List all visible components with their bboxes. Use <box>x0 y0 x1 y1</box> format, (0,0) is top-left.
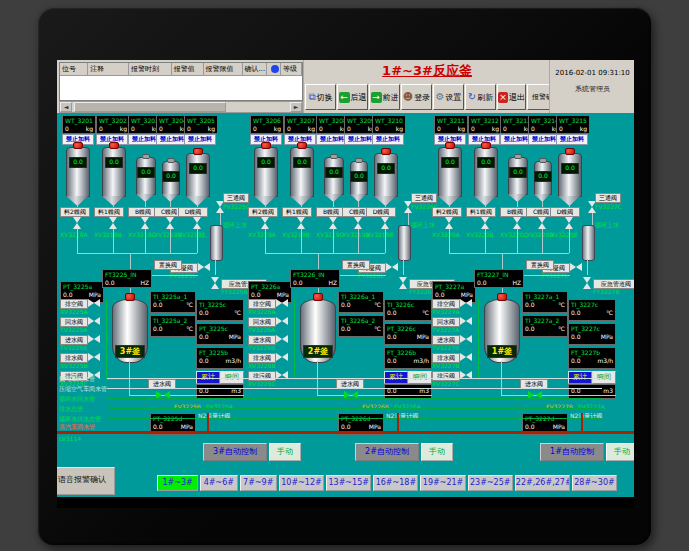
feed-valve[interactable] <box>141 217 149 229</box>
water-valve[interactable] <box>460 353 472 361</box>
feed-valve[interactable] <box>445 217 453 229</box>
water-valve[interactable] <box>460 299 472 307</box>
auto-control-button-2[interactable]: 2#自动控制 <box>355 443 419 461</box>
instrument-value-row: 0kg <box>97 125 129 133</box>
instrument-unit: ℃ <box>186 325 193 333</box>
alarm-column-header[interactable]: 报警值 <box>172 63 204 76</box>
toolbar-button-user-login[interactable]: ☻登录 <box>401 84 432 110</box>
auto-control-button-1[interactable]: 1#自动控制 <box>540 443 604 461</box>
feed-valve[interactable] <box>513 217 521 229</box>
pipe-header-label: 循环水回水管 <box>59 395 95 402</box>
scroll-right-arrow-icon[interactable]: ► <box>290 102 302 112</box>
feed-tank[interactable] <box>102 147 126 197</box>
feed-tank[interactable] <box>66 147 90 197</box>
page-button-6[interactable]: 16#~18# <box>373 475 418 491</box>
water-valve[interactable] <box>88 353 100 361</box>
feed-valve[interactable] <box>329 217 337 229</box>
page-button-4[interactable]: 10#~12# <box>279 475 324 491</box>
alarm-column-header[interactable]: 报警时刻 <box>129 63 172 76</box>
scroll-thumb[interactable] <box>74 102 226 112</box>
instrument-value: 0 <box>437 125 441 133</box>
instrument-value: 0 <box>99 125 103 133</box>
condenser-cold-valve[interactable] <box>198 263 210 271</box>
auto-control-button-3[interactable]: 3#自动控制 <box>203 443 267 461</box>
water-valve[interactable] <box>276 317 288 325</box>
emergency-pipe-valve[interactable] <box>583 277 591 289</box>
toolbar-button-refresh[interactable]: ↻刷新 <box>465 84 496 110</box>
water-valve[interactable] <box>460 335 472 343</box>
manual-mode-button[interactable]: 手动 <box>606 443 634 461</box>
condenser-cold-valve[interactable] <box>570 263 582 271</box>
feed-valve[interactable] <box>261 217 269 229</box>
page-button-9[interactable]: 22#,26#,27# <box>515 475 570 491</box>
instrument-value: 0 <box>187 125 191 133</box>
instrument-unit: ℃ <box>558 325 565 333</box>
feed-valve[interactable] <box>73 217 81 229</box>
feed-valve[interactable] <box>297 217 305 229</box>
instrument-tag: TI_3225a_2 <box>151 316 195 325</box>
instrument-value-row: 0.0MPa <box>339 423 383 431</box>
water-valve-tag: TV3225A <box>60 326 87 333</box>
water-valve-tag: TV3225B <box>60 344 87 351</box>
pipe-line <box>129 395 244 396</box>
page-button-7[interactable]: 19#~21# <box>420 475 465 491</box>
instrument-unit: MPa <box>417 333 429 341</box>
toolbar-button-exit[interactable]: ×退出 <box>497 84 526 110</box>
water-valve[interactable] <box>88 299 100 307</box>
instrument-unit: kg <box>274 125 281 133</box>
feed-tank[interactable] <box>558 153 582 197</box>
scroll-left-arrow-icon[interactable]: ◄ <box>60 102 72 112</box>
water-valve[interactable] <box>276 335 288 343</box>
water-valve[interactable] <box>276 353 288 361</box>
pipe-line <box>408 213 409 225</box>
feed-tank[interactable] <box>254 147 278 197</box>
condenser-cold-valve[interactable] <box>386 263 398 271</box>
toolbar-button-forward-arrow[interactable]: →前进 <box>369 84 400 110</box>
feed-valve[interactable] <box>538 217 546 229</box>
alarm-column-header[interactable]: 位号 <box>60 63 88 76</box>
feed-tank[interactable] <box>438 147 462 197</box>
feed-tank[interactable] <box>374 153 398 197</box>
water-valve[interactable] <box>276 299 288 307</box>
feed-valve[interactable] <box>354 217 362 229</box>
page-button-5[interactable]: 13#~15# <box>326 475 371 491</box>
alarm-column-header[interactable]: 确认... <box>243 63 268 76</box>
manual-mode-button[interactable]: 手动 <box>421 443 453 461</box>
instrument-value: 0.0 <box>387 309 397 317</box>
emergency-pipe-valve[interactable] <box>399 277 407 289</box>
feed-tank[interactable] <box>186 153 210 197</box>
feed-valve[interactable] <box>565 217 573 229</box>
alarm-column-header[interactable]: 等级 <box>281 63 302 76</box>
alarm-column-header[interactable]: 报警限值 <box>204 63 243 76</box>
feed-valve[interactable] <box>109 217 117 229</box>
voice-alarm-ack-button[interactable]: 语音报警确认 <box>57 467 115 495</box>
page-button-1[interactable]: 1#~3# <box>157 475 198 491</box>
alarm-column-header[interactable]: 注释 <box>88 63 129 76</box>
feed-tank[interactable] <box>474 147 498 197</box>
temp-display-2: TI_3226a_20.0℃ <box>338 315 384 337</box>
temp-display-1: TI_3225a_10.0℃ <box>150 291 196 313</box>
toolbar-button-switch-view[interactable]: ⧉切换 <box>305 84 336 110</box>
page-button-2[interactable]: 4#~6# <box>200 475 237 491</box>
page-button-3[interactable]: 7#~9# <box>240 475 277 491</box>
water-valve[interactable] <box>88 317 100 325</box>
temp-display-c: TI_3225c0.0℃ <box>196 299 244 321</box>
alarm-hscrollbar[interactable]: ◄ ► <box>59 101 303 113</box>
feed-valve[interactable] <box>193 217 201 229</box>
manual-mode-button[interactable]: 手动 <box>269 443 301 461</box>
temp-display-1: TI_3227a_10.0℃ <box>522 291 568 313</box>
feed-valve-label: D蝶阀 <box>550 207 580 217</box>
instrument-value-row: 0kg <box>557 125 589 133</box>
emergency-pipe-valve[interactable] <box>211 277 219 289</box>
feed-valve[interactable] <box>381 217 389 229</box>
instrument-tag: PT_3226a <box>249 282 291 291</box>
feed-valve[interactable] <box>481 217 489 229</box>
page-button-8[interactable]: 23#~25# <box>468 475 513 491</box>
page-button-10[interactable]: 28#~30# <box>572 475 617 491</box>
water-valve[interactable] <box>460 317 472 325</box>
feed-valve[interactable] <box>166 217 174 229</box>
toolbar-button-settings-gear[interactable]: ⚙设置 <box>433 84 464 110</box>
water-valve[interactable] <box>88 335 100 343</box>
toolbar-button-back-arrow[interactable]: ←后退 <box>337 84 368 110</box>
feed-tank[interactable] <box>290 147 314 197</box>
